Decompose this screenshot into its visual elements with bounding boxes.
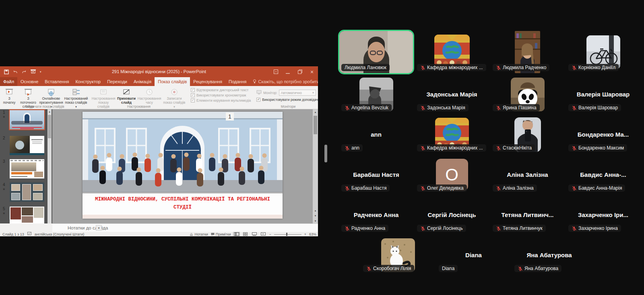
tab-home[interactable]: Основне xyxy=(17,77,41,86)
participant-tile[interactable]: Барабаш Настя Барабаш Настя xyxy=(339,156,413,194)
participant-tile[interactable]: Ярина Пашина xyxy=(491,75,564,113)
slide-sorter-view-button[interactable] xyxy=(242,232,248,236)
participant-tile[interactable]: Захарченко Іри... Захарченко Ірина xyxy=(566,196,640,234)
participant-tile[interactable]: Diana Diana xyxy=(437,236,510,274)
comments-toggle[interactable]: Примітки xyxy=(211,232,231,236)
restore-button[interactable] xyxy=(294,66,306,77)
notes-toggle[interactable]: Нотатки xyxy=(190,232,208,236)
save-icon[interactable] xyxy=(4,70,9,74)
participant-tile[interactable]: Бондаренко Ма... Бондаренко Максим xyxy=(566,115,640,154)
zoom-slider[interactable] xyxy=(274,232,301,236)
tab-slideshow[interactable]: Показ слайдів xyxy=(155,77,190,86)
muted-mic-icon xyxy=(345,186,350,191)
use-timings-checkbox[interactable]: ✓Використовувати хронометраж xyxy=(191,93,251,97)
muted-mic-icon xyxy=(345,145,350,151)
muted-mic-icon xyxy=(420,145,425,151)
slide-counter: Слайд 1 з 13 xyxy=(2,232,24,236)
tab-review[interactable]: Рецензування xyxy=(190,77,225,86)
thumbnail-slide-3[interactable] xyxy=(10,159,44,178)
participant-display-name: Задонська Марія xyxy=(426,91,477,98)
rehearse-timings-button[interactable]: Настроювання часу xyxy=(137,87,162,105)
monitor-select[interactable]: Автоматично▾ xyxy=(279,90,316,96)
participant-tile[interactable]: Валерія Шаровар Валерія Шаровар xyxy=(566,75,640,113)
thumbnail-slide-1[interactable] xyxy=(10,110,44,129)
slide-title-textbox[interactable]: МІЖНАРОДНІ ВІДНОСИНИ, СУСПІЛЬНІ КОМУНІКА… xyxy=(83,192,283,214)
thumbnail-scrollbar[interactable]: ▴ xyxy=(47,109,52,223)
tab-animations[interactable]: Анімація xyxy=(130,77,155,86)
notes-pane[interactable]: ▾ Нотатки до слайда xyxy=(52,223,318,232)
zoom-out-button[interactable]: − xyxy=(269,232,271,236)
muted-mic-icon xyxy=(420,226,425,231)
thumbnail-slide-2[interactable] xyxy=(10,136,44,155)
previous-slide-button[interactable]: ▴ xyxy=(313,208,318,213)
participant-name-label: Людмила Лановюк xyxy=(341,64,390,71)
participant-tile[interactable]: Людмила Лановюк xyxy=(339,31,413,73)
media-controls-checkbox[interactable]: ✓Елементи керування мультимедіа xyxy=(191,98,251,102)
participant-tile[interactable]: Радченко Анна Радченко Анна xyxy=(339,196,413,234)
muted-mic-icon xyxy=(572,105,577,111)
tab-file[interactable]: Файл xyxy=(0,77,17,86)
slide-canvas-area: 1 МІЖНАРОДНІ ВІДНОСИНИ, СУСПІЛЬНІ КОМУНІ… xyxy=(52,109,313,223)
participant-tile[interactable]: Яна Абатурова Яна Абатурова xyxy=(512,236,586,274)
next-slide-button[interactable]: ▾ xyxy=(313,213,318,218)
presenter-view-checkbox[interactable]: ✓Використовувати режим доповідача xyxy=(256,98,318,102)
close-button[interactable]: × xyxy=(306,66,318,77)
tab-transitions[interactable]: Переходи xyxy=(104,77,130,86)
tell-me-box[interactable]: Скажіть, що потрібно зробити... xyxy=(250,77,318,86)
thumbnail-slide-4[interactable] xyxy=(10,182,44,202)
clock-icon xyxy=(145,88,154,96)
group-monitors: Монітор: Автоматично▾ ✓Використовувати р… xyxy=(253,86,318,109)
hide-slide-button[interactable]: Приховати слайд xyxy=(116,87,137,105)
participant-tile[interactable]: Корнієнко Даніїл xyxy=(566,31,640,73)
participant-tile[interactable]: О Олег Деледивка xyxy=(415,156,489,194)
participant-tile[interactable]: Кафедра міжнародних ... xyxy=(415,115,489,154)
participant-display-name: Захарченко Іри... xyxy=(578,211,628,218)
language-indicator[interactable]: англійська (Сполучені Штати) xyxy=(35,232,85,236)
ribbon-tabs: Файл Основне Вставлення Конструктор Пере… xyxy=(0,77,318,86)
participant-tile[interactable]: Скоробогач Лілія xyxy=(361,236,435,274)
participant-tile[interactable]: Сергій Лосінець Сергій Лосінець xyxy=(415,196,489,234)
slideshow-current-icon xyxy=(24,88,33,96)
participant-tile[interactable]: Аліна Залізна Аліна Залізна xyxy=(491,156,564,194)
participant-tile[interactable]: Тетяна Литвинч... Тетяна Литвинчук xyxy=(491,196,564,234)
zoom-percentage[interactable]: 63% xyxy=(309,232,316,236)
reading-view-button[interactable] xyxy=(251,232,257,236)
participant-tile[interactable]: ann ann xyxy=(339,115,413,154)
status-bar: Слайд 1 з 13 англійська (Сполучені Штати… xyxy=(0,232,318,236)
slideshow-view-button[interactable] xyxy=(260,232,266,236)
participant-tile[interactable]: Бавдис Анна-... Бавдис Анна-Марія xyxy=(566,156,640,194)
participant-tile[interactable]: Задонська Марія Задонська Марія xyxy=(415,75,489,113)
participant-tile[interactable]: Людмила Радченко xyxy=(491,31,564,73)
participant-tile[interactable]: СтасюкНікіта xyxy=(491,115,564,154)
participant-tile[interactable]: Кафедра міжнародних ... xyxy=(415,31,489,73)
start-slideshow-icon[interactable] xyxy=(31,70,36,74)
zoom-slider-thumb[interactable] xyxy=(286,233,287,236)
participant-tile[interactable]: Angelina Bevziuk xyxy=(339,75,413,113)
notes-collapse-chevron-icon[interactable]: ▾ xyxy=(96,225,102,231)
slide-canvas[interactable]: 1 МІЖНАРОДНІ ВІДНОСИНИ, СУСПІЛЬНІ КОМУНІ… xyxy=(83,112,283,219)
thumbnail-slide-5[interactable] xyxy=(10,207,44,223)
participant-name-label: Радченко Анна xyxy=(341,225,388,232)
tab-view[interactable]: Подання xyxy=(225,77,250,86)
minimize-button[interactable] xyxy=(282,66,294,77)
ribbon: З початку З поточного слайда Онлайнове п… xyxy=(0,86,318,109)
undo-icon[interactable] xyxy=(13,70,18,74)
play-narrations-checkbox[interactable]: ✓Відтворювати дикторський текст xyxy=(191,88,251,92)
video-panel-scrollbar[interactable] xyxy=(324,145,327,162)
notes-icon xyxy=(190,233,193,236)
slide-area-scrollbar[interactable]: ▴ ▴ ▾ ▾ xyxy=(313,109,318,223)
qat-customize-caret[interactable]: ▾ xyxy=(40,70,41,74)
from-beginning-button[interactable]: З початку xyxy=(1,87,18,105)
tab-design[interactable]: Конструктор xyxy=(72,77,104,86)
participant-name-label: СтасюкНікіта xyxy=(493,144,535,152)
scroll-up-arrow-icon[interactable]: ▴ xyxy=(313,109,318,115)
participant-name-label: Тетяна Литвинчук xyxy=(493,225,546,232)
tab-insert[interactable]: Вставлення xyxy=(41,77,72,86)
scroll-up-arrow-icon[interactable]: ▴ xyxy=(47,109,52,114)
redo-icon[interactable] xyxy=(22,70,27,74)
zoom-in-button[interactable]: + xyxy=(304,232,306,236)
scroll-down-arrow-icon[interactable]: ▾ xyxy=(313,218,318,223)
ribbon-display-options-button[interactable] xyxy=(270,66,282,77)
normal-view-button[interactable] xyxy=(233,232,239,236)
spellcheck-icon[interactable] xyxy=(27,232,31,236)
